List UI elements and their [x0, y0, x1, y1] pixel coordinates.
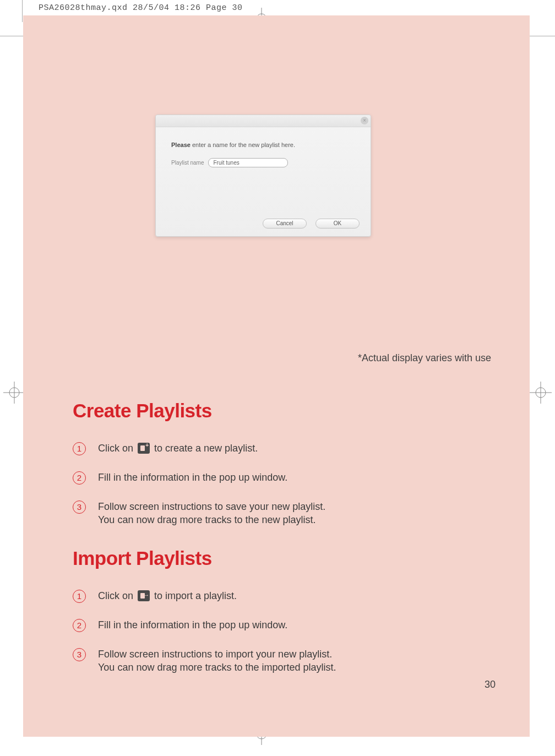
- registration-mark-right: [530, 382, 552, 404]
- step-text-pre: Click on: [98, 590, 136, 601]
- step-text: Click on to import a playlist.: [98, 589, 502, 602]
- create-steps: 1 Click on to create a new playlist. 2 F…: [73, 442, 502, 527]
- import-step-3: 3 Follow screen instructions to import y…: [73, 648, 502, 675]
- import-step-2: 2 Fill in the information in the pop up …: [73, 618, 502, 632]
- dialog-instruction-bold: Please: [171, 142, 191, 148]
- section-create-playlists: Create Playlists 1 Click on to create a …: [73, 400, 502, 542]
- section-title-create: Create Playlists: [73, 400, 502, 422]
- dialog-instruction: Please enter a name for the new playlist…: [171, 142, 355, 148]
- step-number: 3: [73, 648, 86, 661]
- create-step-1: 1 Click on to create a new playlist.: [73, 442, 502, 455]
- ok-button[interactable]: OK: [315, 219, 360, 229]
- step-number: 2: [73, 619, 86, 632]
- dialog-titlebar: ×: [156, 115, 371, 127]
- registration-mark-left: [3, 382, 25, 404]
- step-text-post: to create a new playlist.: [151, 443, 258, 454]
- step-text: Fill in the information in the pop up wi…: [98, 618, 502, 632]
- step-number: 1: [73, 442, 86, 455]
- step-text-post: to import a playlist.: [151, 590, 237, 601]
- import-steps: 1 Click on to import a playlist. 2 Fill …: [73, 589, 502, 675]
- page-background: × Please enter a name for the new playli…: [23, 15, 530, 737]
- step-text: Fill in the information in the pop up wi…: [98, 471, 502, 484]
- create-step-3: 3 Follow screen instructions to save you…: [73, 500, 502, 527]
- playlist-name-input[interactable]: [208, 158, 288, 167]
- dialog-instruction-rest: enter a name for the new playlist here.: [191, 142, 295, 148]
- step-number: 3: [73, 501, 86, 514]
- step-text: Follow screen instructions to save your …: [98, 500, 502, 527]
- step-number: 2: [73, 471, 86, 485]
- crop-line-left: [22, 0, 23, 22]
- new-playlist-dialog: × Please enter a name for the new playli…: [155, 115, 371, 237]
- display-note: *Actual display varies with use: [358, 352, 491, 364]
- import-step-1: 1 Click on to import a playlist.: [73, 589, 502, 603]
- step-text: Follow screen instructions to import you…: [98, 648, 502, 675]
- print-header-meta: PSA26028thmay.qxd 28/5/04 18:26 Page 30: [39, 3, 243, 13]
- section-title-import: Import Playlists: [73, 547, 502, 569]
- create-step-2: 2 Fill in the information in the pop up …: [73, 471, 502, 485]
- step-text: Click on to create a new playlist.: [98, 442, 502, 455]
- page-number: 30: [485, 679, 496, 690]
- step-number: 1: [73, 590, 86, 603]
- dialog-footer: Cancel OK: [263, 219, 360, 229]
- playlist-name-row: Playlist name: [171, 158, 355, 167]
- new-playlist-icon: [138, 443, 150, 454]
- section-import-playlists: Import Playlists 1 Click on to import a …: [73, 547, 502, 690]
- close-icon[interactable]: ×: [361, 117, 368, 124]
- cancel-button[interactable]: Cancel: [263, 219, 307, 229]
- playlist-name-label: Playlist name: [171, 160, 204, 166]
- dialog-body: Please enter a name for the new playlist…: [156, 127, 371, 173]
- import-playlist-icon: [138, 590, 150, 601]
- step-text-pre: Click on: [98, 443, 136, 454]
